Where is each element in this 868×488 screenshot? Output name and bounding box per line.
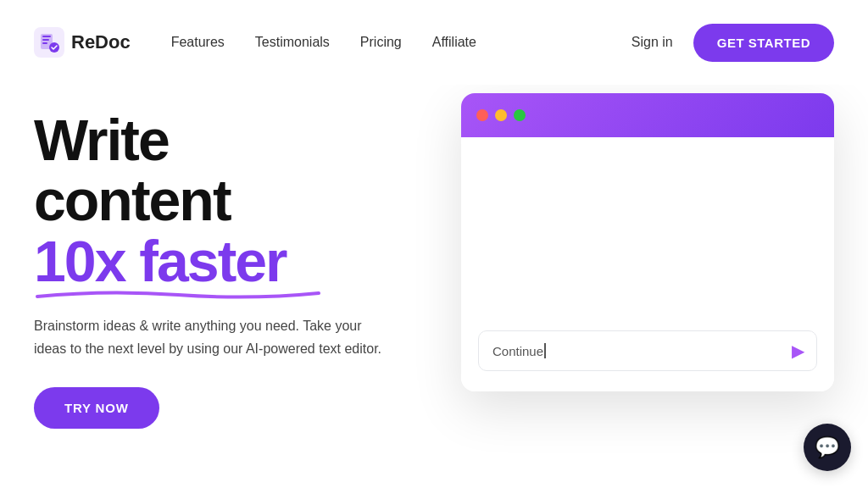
nav-link-pricing[interactable]: Pricing [360,35,402,49]
nav-link-features[interactable]: Features [171,35,225,49]
hero-title-accent: 10x faster [34,231,441,291]
hero-left: Write content 10x faster Brainstorm idea… [34,102,441,429]
cursor-blink [544,343,546,358]
browser-input-text: Continue [492,344,543,358]
svg-rect-4 [42,42,47,44]
navbar: ReDoc Features Testimonials Pricing Affi… [0,0,868,85]
browser-dot-red [476,109,488,121]
nav-item-pricing[interactable]: Pricing [360,35,402,50]
logo-text: ReDoc [71,31,131,53]
browser-dot-yellow [495,109,507,121]
nav-item-affiliate[interactable]: Affiliate [432,35,476,50]
browser-content: Continue ▶ [461,137,834,391]
hero-title-line2: content [34,168,231,232]
svg-rect-2 [42,36,51,37]
send-button[interactable]: ▶ [792,341,804,361]
nav-item-features[interactable]: Features [171,35,225,50]
logo[interactable]: ReDoc [34,27,131,58]
browser-dot-green [514,109,526,121]
hero-title: Write content 10x faster [34,110,441,291]
sign-in-button[interactable]: Sign in [632,35,673,50]
browser-input-area[interactable]: Continue ▶ [478,330,817,371]
hero-title-line1: Write [34,108,169,172]
navbar-right: Sign in GET STARTED [632,24,834,62]
navbar-left: ReDoc Features Testimonials Pricing Affi… [34,27,476,58]
chat-icon: 💬 [815,435,840,459]
get-started-button[interactable]: GET STARTED [693,24,834,62]
browser-mockup: Continue ▶ [461,93,834,391]
try-now-button[interactable]: TRY NOW [34,387,159,429]
nav-links: Features Testimonials Pricing Affiliate [171,35,476,50]
svg-rect-3 [42,39,49,41]
send-icon: ▶ [792,341,804,360]
hero-subtitle: Brainstorm ideas & write anything you ne… [34,315,390,360]
browser-topbar [461,93,834,137]
nav-link-affiliate[interactable]: Affiliate [432,35,476,49]
chat-bubble-button[interactable]: 💬 [804,424,851,471]
hero-section: Write content 10x faster Brainstorm idea… [0,85,868,488]
underline-decoration [34,286,322,302]
nav-link-testimonials[interactable]: Testimonials [255,35,330,49]
hero-right: Continue ▶ 💬 [441,102,834,391]
logo-icon [34,27,64,58]
nav-item-testimonials[interactable]: Testimonials [255,35,330,50]
